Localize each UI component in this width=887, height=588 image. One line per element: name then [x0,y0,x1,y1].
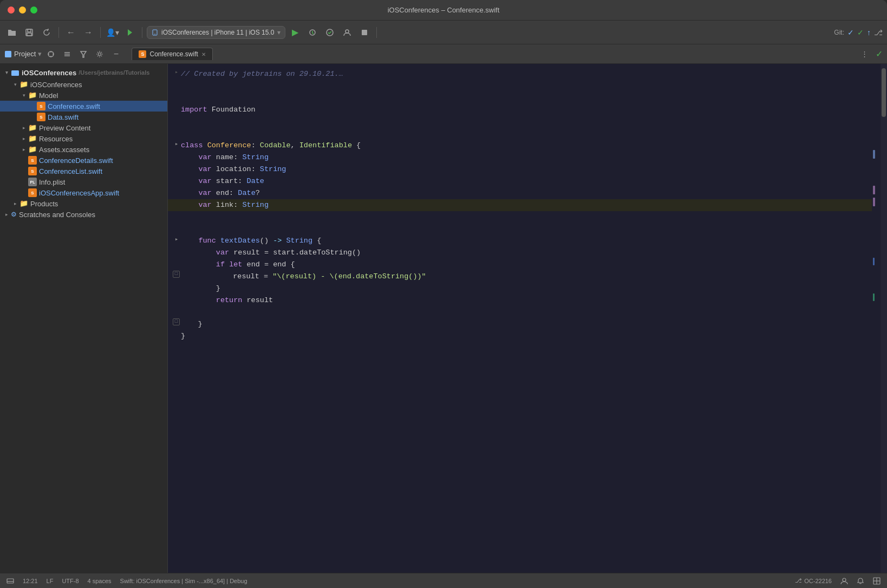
time-label: 12:21 [23,578,38,584]
editor-scrollbar[interactable] [881,64,887,573]
debug-btn[interactable] [305,25,320,40]
settings-btn[interactable] [93,47,107,61]
fold-22[interactable]: □ [173,318,180,325]
back-btn[interactable]: ← [63,25,79,40]
status-charset[interactable]: UTF-8 [62,578,79,584]
folder-icon-btn[interactable] [4,25,19,40]
ios-arrow[interactable] [11,80,19,89]
tab-swift-icon: S [139,50,146,58]
status-lf[interactable]: LF [47,578,54,584]
title-bar: iOSConferences – Conference.swift [0,0,887,21]
tree-conference-swift[interactable]: S Conference.swift [0,101,167,112]
code-line-4: import Foundation [168,104,872,116]
app-icon: S [28,188,37,197]
minus-btn[interactable]: − [109,47,123,61]
scratches-label: Scratches and Consoles [19,211,95,219]
second-toolbar-right: ⋮ ✓ [857,47,883,61]
code-text-8: var name: String [181,152,868,164]
conflist-icon: S [28,167,37,175]
products-arrow[interactable] [11,199,19,208]
fold-18[interactable]: □ [173,271,180,278]
code-line-23: } [168,330,872,342]
model-folder-icon: 📁 [28,91,37,100]
scrollbar-thumb[interactable] [882,68,886,117]
maximize-button[interactable] [30,6,37,14]
save-btn[interactable] [22,25,37,40]
tree-scratches[interactable]: ⚙ Scratches and Consoles [0,209,167,220]
svg-rect-9 [362,30,367,35]
code-line-3 [168,92,872,104]
tree-app-swift[interactable]: S iOSConferencesApp.swift [0,187,167,198]
forward-btn[interactable]: → [81,25,96,40]
code-line-17: if let end = end { [168,259,872,271]
svg-rect-22 [7,579,14,583]
filter-btn[interactable] [76,47,90,61]
tree-preview-content[interactable]: 📁 Preview Content [0,122,167,133]
play-button[interactable]: ▶ [288,25,303,40]
crosshair-btn[interactable] [44,47,58,61]
scratches-icon: ⚙ [11,211,17,218]
ios-folder-icon: 📁 [19,80,28,89]
code-line-18: □ result = "\(result) - \(end.dateToStri… [168,271,872,283]
code-text-18: result = "\(result) - \(end.dateToString… [180,271,868,283]
resources-arrow[interactable] [19,134,28,143]
list-btn[interactable] [60,47,74,61]
separator-3 [142,27,142,38]
minimize-button[interactable] [19,6,26,14]
editor-area: ▸ // Created by jetbrains on 29.10.21.… [168,64,887,573]
tree-products[interactable]: 📁 Products [0,198,167,209]
code-line-20: return result [168,295,872,306]
user-btn[interactable]: 👤▾ [105,25,120,40]
tab-close-btn[interactable]: ✕ [201,51,206,57]
device-label: iOSConferences | iPhone 11 | iOS 15.0 [161,29,274,36]
resources-folder-icon: 📁 [28,134,37,143]
coverage-btn[interactable] [322,25,337,40]
tree-root-item[interactable]: iOSConferences /Users/jetbrains/Tutorial… [0,66,167,79]
tab-conference-swift[interactable]: S Conference.swift ✕ [132,48,212,60]
status-user-icon[interactable] [840,577,848,585]
close-button[interactable] [8,6,15,14]
assets-arrow[interactable] [19,145,28,154]
fold-1[interactable]: ▸ [172,68,181,77]
stop-btn[interactable] [357,25,372,40]
separator-2 [100,27,101,38]
tree-conflist-swift[interactable]: S ConferenceList.swift [0,166,167,177]
project-selector[interactable]: Project ▾ [4,50,42,58]
fold-7[interactable]: ▸ [172,140,181,149]
fold-15[interactable]: ▸ [172,235,181,245]
branch-icon: ⎇ [795,577,802,584]
separator-4 [376,27,377,38]
code-line-11: var end: Date? [168,187,872,199]
status-panel-toggle[interactable] [6,578,14,584]
profile-btn[interactable] [340,25,355,40]
status-indent[interactable]: 4 spaces [88,578,112,584]
tree-iosconferences-folder[interactable]: 📁 iOSConferences [0,79,167,90]
svg-rect-2 [27,33,31,36]
status-layout[interactable] [873,577,881,585]
separator-1 [58,27,59,38]
status-notifications[interactable] [857,577,864,585]
status-branch[interactable]: ⎇ OC-22216 [795,577,832,584]
tree-model-folder[interactable]: 📁 Model [0,90,167,101]
main-toolbar: ← → 👤▾ iOSConferences | iPhone 11 | iOS … [0,21,887,44]
tree-data-swift[interactable]: S Data.swift [0,112,167,122]
code-editor[interactable]: ▸ // Created by jetbrains on 29.10.21.… [168,64,872,573]
code-text-3 [181,92,868,104]
tree-info-plist[interactable]: PL Info.plist [0,177,167,187]
preview-arrow[interactable] [19,123,28,132]
scratches-arrow[interactable] [2,210,11,219]
status-language[interactable]: Swift: iOSConferences | Sim -...x86_64] … [120,578,247,584]
data-swift-icon: S [37,113,45,121]
tree-confdetails-swift[interactable]: S ConferenceDetails.swift [0,155,167,166]
code-text-16: var result = start.dateToString() [181,247,868,259]
tree-assets[interactable]: 📁 Assets.xcassets [0,144,167,155]
window-title: iOSConferences – Conference.swift [388,6,500,14]
root-arrow[interactable] [2,68,11,77]
tree-resources[interactable]: 📁 Resources [0,133,167,144]
more-options-btn[interactable]: ⋮ [857,47,871,61]
run-config-btn[interactable] [122,25,138,40]
root-label: iOSConferences [22,69,76,77]
device-selector[interactable]: iOSConferences | iPhone 11 | iOS 15.0 ▾ [147,26,285,39]
refresh-btn[interactable] [39,25,54,40]
model-arrow[interactable] [19,91,28,100]
